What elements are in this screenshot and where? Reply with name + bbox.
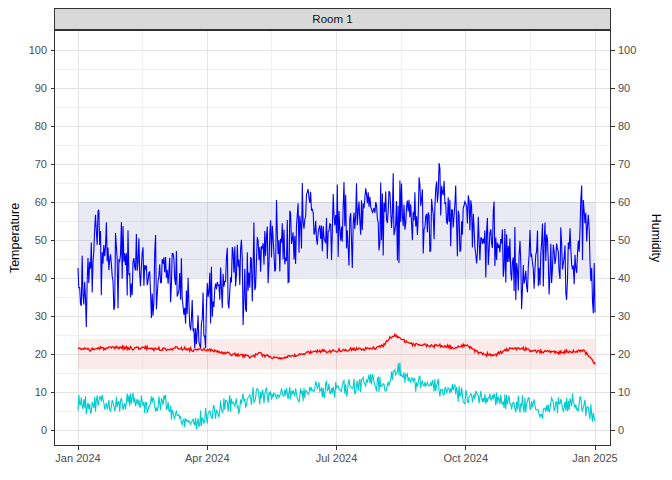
y-right-tick-label-70: 70 [618, 158, 630, 170]
chart-canvas [0, 0, 672, 480]
x-tick-label-3: Oct 2024 [443, 452, 488, 464]
y-right-tick-label-80: 80 [618, 120, 630, 132]
plot-figure: Room 1 Temperature Humidity 010203040506… [0, 0, 672, 480]
y-left-tick-label-0: 0 [41, 424, 47, 436]
x-tick-label-4: Jan 2025 [572, 452, 617, 464]
x-tick-label-2: Jul 2024 [316, 452, 358, 464]
x-tick-label-0: Jan 2024 [55, 452, 100, 464]
y-left-tick-label-80: 80 [35, 120, 47, 132]
y-left-tick-label-100: 100 [29, 44, 47, 56]
y-right-tick-label-100: 100 [618, 44, 636, 56]
y-axis-title-humidity: Humidity [649, 214, 663, 263]
y-left-tick-label-60: 60 [35, 196, 47, 208]
y-right-tick-label-50: 50 [618, 234, 630, 246]
y-right-tick-label-90: 90 [618, 82, 630, 94]
y-right-tick-label-40: 40 [618, 272, 630, 284]
y-left-tick-label-10: 10 [35, 386, 47, 398]
y-right-tick-label-60: 60 [618, 196, 630, 208]
y-right-tick-label-10: 10 [618, 386, 630, 398]
y-left-tick-label-70: 70 [35, 158, 47, 170]
facet-strip: Room 1 [54, 8, 611, 30]
y-right-tick-label-0: 0 [618, 424, 624, 436]
y-left-tick-label-40: 40 [35, 272, 47, 284]
y-left-tick-label-90: 90 [35, 82, 47, 94]
y-left-tick-label-20: 20 [35, 348, 47, 360]
facet-title: Room 1 [312, 13, 352, 25]
x-tick-label-1: Apr 2024 [185, 452, 230, 464]
y-right-tick-label-30: 30 [618, 310, 630, 322]
y-left-tick-label-30: 30 [35, 310, 47, 322]
y-left-tick-label-50: 50 [35, 234, 47, 246]
y-right-tick-label-20: 20 [618, 348, 630, 360]
temperature-target-band [78, 339, 595, 369]
y-axis-title-temperature: Temperature [8, 203, 22, 273]
